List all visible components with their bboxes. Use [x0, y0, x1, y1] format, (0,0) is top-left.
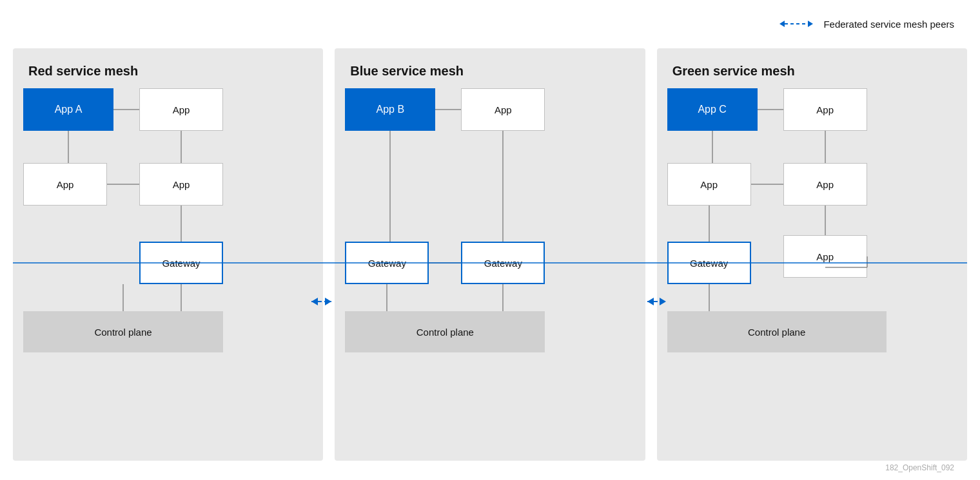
legend: Federated service mesh peers: [776, 18, 954, 30]
app-c-box: App C: [667, 88, 758, 131]
legend-label: Federated service mesh peers: [823, 19, 954, 30]
gateway-blue-right-label: Gateway: [484, 258, 522, 269]
control-plane-green-label: Control plane: [748, 327, 805, 338]
app-mid-left-green: App: [667, 163, 751, 206]
mesh-title-green: Green service mesh: [672, 64, 952, 79]
mesh-title-red: Red service mesh: [28, 64, 308, 79]
watermark: 182_OpenShift_092: [885, 463, 954, 472]
mesh-title-blue: Blue service mesh: [350, 64, 629, 79]
gateway-red-label: Gateway: [162, 258, 200, 269]
app-top-right-blue-label: App: [495, 104, 512, 115]
page: Federated service mesh peers Red service…: [0, 0, 980, 480]
app-a-box: App A: [23, 88, 113, 131]
gateway-green: Gateway: [667, 242, 751, 284]
control-plane-blue: Control plane: [345, 311, 545, 352]
mesh-panel-green: Green service mesh App C App App App App: [657, 48, 967, 461]
control-plane-green: Control plane: [667, 311, 887, 352]
app-bottom-right-red: App: [139, 163, 223, 206]
app-b-box: App B: [345, 88, 435, 131]
control-plane-red: Control plane: [23, 311, 223, 352]
app-top-right-blue: App: [461, 88, 545, 131]
gateway-blue-left: Gateway: [345, 242, 429, 284]
app-bottom-right-green-label: App: [816, 251, 834, 262]
gateway-blue-right: Gateway: [461, 242, 545, 284]
app-top-right-red-label: App: [173, 104, 190, 115]
app-bottom-right-red-label: App: [173, 179, 190, 190]
app-bottom-left-red-label: App: [57, 179, 74, 190]
app-top-right-red: App: [139, 88, 223, 131]
app-mid-right-green-label: App: [816, 179, 834, 190]
app-top-right-green: App: [783, 88, 867, 131]
app-bottom-right-green: App: [783, 235, 867, 278]
gateway-red: Gateway: [139, 242, 223, 284]
svg-marker-2: [808, 21, 813, 27]
gateway-blue-left-label: Gateway: [368, 258, 406, 269]
app-a-label: App A: [55, 104, 83, 115]
app-mid-left-green-label: App: [700, 179, 718, 190]
app-top-right-green-label: App: [816, 104, 834, 115]
app-b-label: App B: [377, 104, 405, 115]
gateway-green-label: Gateway: [690, 258, 728, 269]
mesh-panel-blue: Blue service mesh App B App Gateway Gate…: [335, 48, 645, 461]
svg-marker-0: [779, 21, 785, 27]
control-plane-blue-label: Control plane: [416, 327, 474, 338]
federated-arrow-icon: [776, 18, 817, 30]
app-c-label: App C: [698, 104, 726, 115]
meshes-container: Red service mesh App A App App App Gatew…: [13, 48, 967, 461]
app-bottom-left-red: App: [23, 163, 107, 206]
control-plane-red-label: Control plane: [94, 327, 152, 338]
app-mid-right-green: App: [783, 163, 867, 206]
mesh-panel-red: Red service mesh App A App App App Gatew…: [13, 48, 323, 461]
